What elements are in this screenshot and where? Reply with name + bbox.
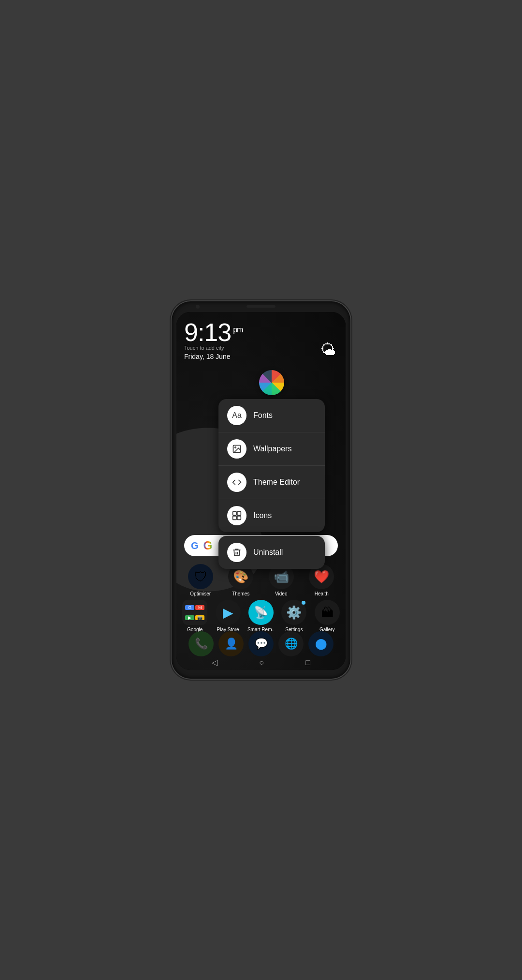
home-screen: 9:13pm Touch to add city Friday, 18 June…: [176, 312, 346, 670]
icons-label: Icons: [253, 511, 272, 520]
fonts-icon: Aa: [227, 406, 246, 425]
app-optimiser-label: Optimiser: [190, 591, 211, 596]
icons-icon: [227, 506, 246, 525]
nav-back-icon[interactable]: ◁: [212, 658, 218, 667]
weather-widget[interactable]: 🌤: [320, 341, 336, 359]
app-row-2: G M ▶ 📷 Google ▶ Play Store: [176, 600, 346, 632]
camera: [196, 305, 200, 309]
dock-circle[interactable]: ⬤: [308, 631, 334, 656]
uninstall-icon: [227, 543, 246, 562]
context-menu: Aa Fonts Wallpapers: [218, 399, 325, 532]
context-menu-container: Aa Fonts Wallpapers: [218, 370, 325, 569]
app-health-label: Health: [315, 591, 329, 596]
nav-home-icon[interactable]: ○: [259, 658, 264, 667]
theme-app-icon[interactable]: [259, 370, 284, 395]
app-optimiser[interactable]: 🛡 Optimiser: [186, 564, 216, 596]
weather-icon: 🌤: [320, 341, 336, 358]
phone-device: SOS only 📵 📶 N 🔕 🔋 9:13 9:13pm: [172, 301, 350, 679]
dock-messages[interactable]: 💬: [248, 631, 274, 656]
app-themes[interactable]: Theme 🎨 Themes: [226, 564, 256, 596]
app-themes-label: Themes: [232, 591, 249, 596]
fonts-label: Fonts: [253, 411, 273, 420]
app-settings[interactable]: ⚙️ Settings: [279, 600, 309, 632]
app-google[interactable]: G M ▶ 📷 Google: [180, 600, 210, 632]
app-play-store[interactable]: ▶ Play Store: [213, 600, 243, 632]
app-video[interactable]: 📹 Video: [266, 564, 296, 596]
phone-screen: SOS only 📵 📶 N 🔕 🔋 9:13 9:13pm: [176, 312, 346, 670]
uninstall-label: Uninstall: [253, 548, 283, 557]
google-logo: G: [191, 540, 199, 551]
menu-item-wallpapers[interactable]: Wallpapers: [218, 432, 325, 466]
dock-chrome[interactable]: 🌐: [278, 631, 304, 656]
app-video-label: Video: [275, 591, 287, 596]
app-gallery[interactable]: 🏔 Gallery: [312, 600, 342, 632]
dock: 📞 👤 💬 🌐 ⬤: [176, 631, 346, 656]
clock-time: 9:13pm: [184, 320, 243, 345]
app-smart-remote[interactable]: 📡 Smart Rem..: [246, 600, 276, 632]
menu-item-fonts[interactable]: Aa Fonts: [218, 399, 325, 432]
clock-widget[interactable]: 9:13pm Touch to add city Friday, 18 June…: [176, 312, 346, 364]
speaker: [246, 305, 276, 308]
wallpapers-icon: [227, 439, 246, 459]
nav-bar: ◁ ○ □: [176, 658, 346, 667]
menu-item-icons[interactable]: Icons: [218, 499, 325, 532]
app-row-1: 🛡 Optimiser Theme 🎨 Themes 📹: [176, 564, 346, 596]
wallpapers-label: Wallpapers: [253, 445, 291, 453]
svg-rect-3: [237, 512, 241, 516]
menu-item-uninstall[interactable]: Uninstall: [218, 536, 325, 569]
settings-blue-dot: [302, 601, 305, 605]
uninstall-menu: Uninstall: [218, 536, 325, 569]
svg-rect-2: [233, 512, 237, 516]
theme-editor-icon: [227, 473, 246, 492]
dock-phone[interactable]: 📞: [188, 631, 214, 656]
app-health[interactable]: ❤️ Health: [306, 564, 336, 596]
svg-rect-4: [233, 516, 237, 520]
clock-date: Friday, 18 June: [184, 353, 243, 360]
theme-editor-label: Theme Editor: [253, 478, 300, 487]
clock-subtitle: Touch to add city: [184, 345, 243, 351]
svg-rect-5: [237, 516, 241, 520]
google-g-logo: G: [203, 539, 213, 552]
dock-contacts[interactable]: 👤: [218, 631, 244, 656]
nav-recents-icon[interactable]: □: [305, 658, 310, 667]
svg-point-1: [235, 447, 236, 448]
menu-item-theme-editor[interactable]: Theme Editor: [218, 466, 325, 499]
